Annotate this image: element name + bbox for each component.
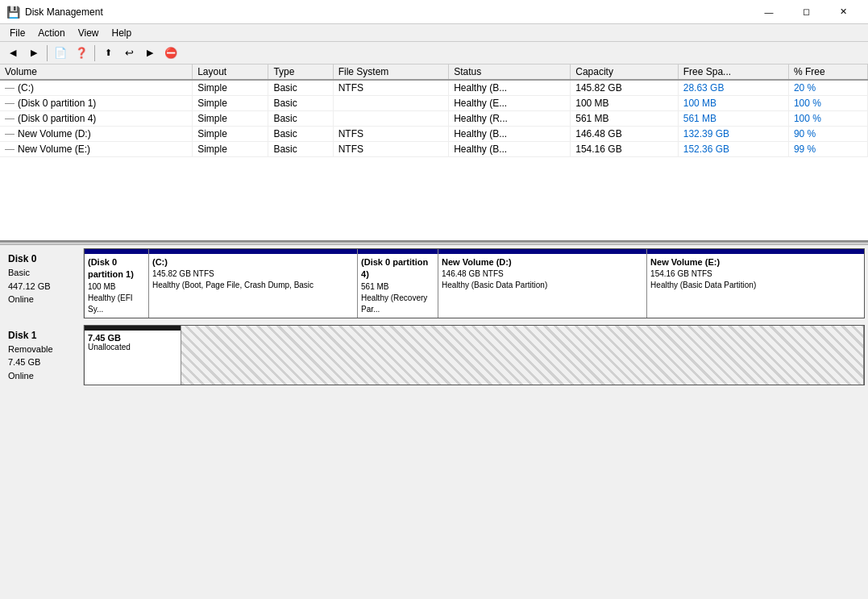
table-row[interactable]: —(C:) Simple Basic NTFS Healthy (B... 14… [0, 80, 868, 96]
cell-fs [333, 96, 449, 111]
disk-area: Disk 0 Basic 447.12 GB Online (Disk 0 pa… [0, 245, 868, 599]
col-type[interactable]: Type [268, 64, 333, 80]
disk0-part-e[interactable]: New Volume (E:) 154.16 GB NTFS Healthy (… [647, 249, 864, 318]
col-status[interactable]: Status [449, 64, 571, 80]
cell-volume: —(C:) [0, 80, 193, 96]
disk1-type: Removable [8, 344, 53, 354]
title-bar: 💾 Disk Management — ◻ ✕ [0, 0, 868, 24]
minimize-button[interactable]: — [750, 0, 787, 24]
cell-status: Healthy (R... [449, 111, 571, 127]
menu-bar: File Action View Help [0, 24, 868, 42]
disk0-part4-name: (Disk 0 partition 4) [361, 256, 434, 281]
disk1-size: 7.45 GB [8, 357, 40, 367]
toolbar: ◀ ▶ 📄 ❓ ⬆ ↩ ▶ ⛔ [0, 42, 868, 64]
col-freespace[interactable]: Free Spa... [678, 64, 788, 80]
cell-percentfree: 100 % [788, 111, 867, 127]
cell-layout: Simple [193, 111, 268, 127]
col-volume[interactable]: Volume [0, 64, 193, 80]
col-layout[interactable]: Layout [193, 64, 268, 80]
cell-capacity: 146.48 GB [571, 127, 678, 142]
maximize-button[interactable]: ◻ [787, 0, 824, 24]
table-row[interactable]: —(Disk 0 partition 1) Simple Basic Healt… [0, 96, 868, 111]
toolbar-back[interactable]: ◀ [3, 44, 23, 62]
cell-layout: Simple [193, 142, 268, 157]
disk0-status: Online [8, 294, 34, 304]
close-button[interactable]: ✕ [824, 0, 862, 24]
cell-percentfree: 100 % [788, 96, 867, 111]
disk1-label: Disk 1 Removable 7.45 GB Online [3, 325, 84, 386]
disk0-part-c-status: Healthy (Boot, Page File, Crash Dump, Ba… [152, 280, 354, 291]
disk0-part-e-status: Healthy (Basic Data Partition) [650, 280, 861, 291]
table-row[interactable]: —New Volume (D:) Simple Basic NTFS Healt… [0, 127, 868, 142]
cell-status: Healthy (E... [449, 96, 571, 111]
cell-status: Healthy (B... [449, 80, 571, 96]
volume-table-area[interactable]: Volume Layout Type File System Status Ca… [0, 64, 868, 242]
toolbar-sep-1 [47, 45, 48, 61]
menu-view[interactable]: View [72, 24, 106, 42]
toolbar-refresh[interactable]: ↩ [119, 44, 139, 62]
cell-freespace: 132.39 GB [678, 127, 788, 142]
cell-type: Basic [268, 96, 333, 111]
toolbar-sep-2 [94, 45, 95, 61]
col-capacity[interactable]: Capacity [571, 64, 678, 80]
cell-freespace: 28.63 GB [678, 80, 788, 96]
disk0-part-c[interactable]: (C:) 145.82 GB NTFS Healthy (Boot, Page … [149, 249, 358, 318]
table-row[interactable]: —(Disk 0 partition 4) Simple Basic Healt… [0, 111, 868, 127]
disk1-partitions: 7.45 GB Unallocated [84, 325, 865, 386]
disk0-type: Basic [8, 268, 30, 277]
toolbar-forward[interactable]: ▶ [24, 44, 44, 62]
disk1-unalloc-area[interactable] [181, 326, 864, 385]
disk0-part-d-name: New Volume (D:) [442, 256, 643, 268]
cell-capacity: 561 MB [571, 111, 678, 127]
disk1-status: Online [8, 371, 34, 381]
toolbar-up[interactable]: ⬆ [98, 44, 118, 62]
disk0-part-d-header [438, 249, 646, 254]
toolbar-new-doc[interactable]: 📄 [51, 44, 70, 62]
toolbar-stop[interactable]: ⛔ [161, 44, 181, 62]
disk0-size: 447.12 GB [8, 281, 51, 291]
cell-freespace: 561 MB [678, 111, 788, 127]
toolbar-help[interactable]: ❓ [72, 44, 91, 62]
table-row[interactable]: —New Volume (E:) Simple Basic NTFS Healt… [0, 142, 868, 157]
menu-help[interactable]: Help [106, 24, 139, 42]
menu-file[interactable]: File [3, 24, 31, 42]
cell-layout: Simple [193, 127, 268, 142]
disk0-part-c-name: (C:) [152, 256, 354, 268]
disk0-part-e-name: New Volume (E:) [650, 256, 861, 268]
title-bar-text: Disk Management [25, 6, 750, 18]
disk0-part1-status: Healthy (EFI Sy... [88, 293, 145, 315]
disk1-unalloc-label: Unallocated [88, 343, 177, 351]
cell-type: Basic [268, 80, 333, 96]
cell-fs [333, 111, 449, 127]
cell-freespace: 100 MB [678, 96, 788, 111]
cell-type: Basic [268, 111, 333, 127]
disk0-partitions: (Disk 0 partition 1) 100 MB Healthy (EFI… [84, 248, 865, 318]
cell-volume: —(Disk 0 partition 1) [0, 96, 193, 111]
cell-percentfree: 99 % [788, 142, 867, 157]
cell-freespace: 152.36 GB [678, 142, 788, 157]
disk0-part-d-status: Healthy (Basic Data Partition) [442, 280, 643, 291]
col-filesystem[interactable]: File System [333, 64, 449, 80]
disk0-part-d[interactable]: New Volume (D:) 146.48 GB NTFS Healthy (… [438, 249, 647, 318]
disk0-part4-status: Healthy (Recovery Par... [361, 293, 434, 315]
main-area: Volume Layout Type File System Status Ca… [0, 64, 868, 599]
col-percentfree[interactable]: % Free [788, 64, 867, 80]
cell-type: Basic [268, 127, 333, 142]
cell-percentfree: 20 % [788, 80, 867, 96]
volume-table: Volume Layout Type File System Status Ca… [0, 64, 868, 157]
cell-percentfree: 90 % [788, 127, 867, 142]
disk0-label: Disk 0 Basic 447.12 GB Online [3, 248, 84, 318]
disk0-part1-header [85, 249, 148, 254]
disk0-part4-header [358, 249, 438, 254]
disk0-part-c-header [149, 249, 357, 254]
disk0-part1[interactable]: (Disk 0 partition 1) 100 MB Healthy (EFI… [85, 249, 149, 318]
cell-fs: NTFS [333, 127, 449, 142]
cell-type: Basic [268, 142, 333, 157]
menu-action[interactable]: Action [31, 24, 71, 42]
disk0-part4[interactable]: (Disk 0 partition 4) 561 MB Healthy (Rec… [358, 249, 438, 318]
disk0-part-e-size: 154.16 GB NTFS [650, 268, 861, 280]
disk1-unalloc-size: 7.45 GB [88, 333, 177, 343]
disk0-part-e-header [647, 249, 864, 254]
cell-volume: —New Volume (E:) [0, 142, 193, 157]
toolbar-play[interactable]: ▶ [140, 44, 160, 62]
